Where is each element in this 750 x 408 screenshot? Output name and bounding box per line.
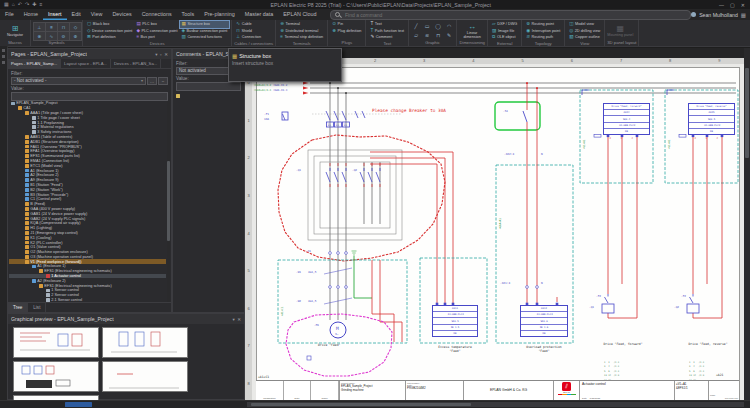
- bus-port-button[interactable]: ≡Bus port: [134, 34, 179, 41]
- ole-object-button[interactable]: ⧉OLE object: [490, 34, 519, 41]
- status-indicator[interactable]: [65, 402, 92, 407]
- filter-more-button[interactable]: …: [147, 77, 157, 85]
- polygon-icon[interactable]: ▱: [411, 31, 421, 39]
- rectangle-icon[interactable]: ▭: [422, 22, 432, 30]
- close-button[interactable]: ✕: [741, 2, 745, 8]
- command-search[interactable]: [330, 10, 692, 20]
- horizontal-scrollbar[interactable]: [247, 402, 744, 407]
- chevron-down-icon[interactable]: ▾: [232, 317, 234, 322]
- app-icon[interactable]: ▦: [4, 0, 9, 9]
- user-account[interactable]: Sean Mulholland ▦: [691, 12, 746, 18]
- caption-drive-reverse: Drive "Feed, reverse": [677, 342, 739, 346]
- sketch-icon[interactable]: ✎: [444, 31, 454, 39]
- interruption-point-button[interactable]: ◉Interruption point: [524, 28, 562, 35]
- preview-thumbnail[interactable]: [13, 327, 99, 358]
- close-icon[interactable]: ✕: [237, 317, 241, 322]
- terminal-button[interactable]: ⊖Terminal: [278, 21, 325, 28]
- pin-button[interactable]: ⊙Pin: [330, 21, 363, 28]
- panel-tab[interactable]: Layout space - EPLA...: [61, 59, 111, 68]
- dock-icon[interactable]: [2, 49, 5, 52]
- distributed-terminal-button[interactable]: ⊛Distributed terminal: [278, 28, 325, 35]
- panel-tab[interactable]: Pages - EPLAN_Samp...: [8, 59, 61, 68]
- minimize-button[interactable]: —: [719, 2, 724, 8]
- path-function-text-button[interactable]: TPath function text: [368, 28, 406, 35]
- plc-box-drive-reverse[interactable]: Drive "Feed, reverse"A025%Q0.5=A1+GBB-PL…: [688, 103, 735, 135]
- drilling-view-button[interactable]: ◎2D drilling view: [567, 28, 602, 35]
- preview-thumbnail[interactable]: [102, 327, 188, 358]
- menu-tab[interactable]: Insert: [43, 9, 66, 20]
- macro-navigator-button[interactable]: ⊞ Navigator: [2, 21, 28, 40]
- connected-functions-button[interactable]: ▥Connected functions: [180, 34, 230, 41]
- menu-tab[interactable]: Home: [19, 9, 43, 20]
- comment-button[interactable]: ✎Comment: [368, 34, 406, 41]
- redo-icon[interactable]: ↷: [25, 0, 29, 9]
- plc-box-drive-forward[interactable]: Drive "Feed, forward"A024%Q0.4=A1+GBB-PL…: [603, 103, 650, 135]
- image-file-button[interactable]: ▨Image file: [490, 28, 519, 35]
- bottom-tab[interactable]: List: [28, 303, 46, 312]
- tree-scrollbar[interactable]: [167, 101, 171, 302]
- text-button[interactable]: TText: [368, 21, 406, 28]
- menu-tab[interactable]: EPLAN Cloud: [278, 9, 321, 20]
- cable-w2-tag: -W2: [296, 300, 301, 303]
- close-icon[interactable]: ✕: [164, 52, 168, 57]
- device-box-overload[interactable]: A012=A1+GBB-PLC3%I0.6IB 1.6DB: [520, 305, 568, 337]
- redline-note[interactable]: Please change Breaker to 30A: [372, 108, 446, 113]
- plc-connection-point-button[interactable]: ◆PLC connection point: [134, 28, 179, 35]
- panel-tab[interactable]: Devices - EPLAN_Sa...: [111, 59, 161, 68]
- value-input[interactable]: [11, 92, 168, 101]
- filter-dropdown[interactable]: - Not activated -▾: [11, 77, 146, 85]
- bottom-tab[interactable]: Tree: [8, 303, 28, 312]
- cable-button[interactable]: ∿Cable: [234, 21, 263, 28]
- preview-thumbnail[interactable]: [102, 361, 188, 392]
- linear-dimension-button[interactable]: ↔ Linear dimension: [459, 21, 485, 40]
- menu-tab[interactable]: Connections: [137, 9, 177, 20]
- preview-thumbnail[interactable]: [13, 361, 99, 392]
- maximize-button[interactable]: ▢: [730, 2, 735, 8]
- menu-tab[interactable]: Pre-planning: [199, 9, 240, 20]
- copper-outline-button[interactable]: ▧Copper outline: [567, 34, 602, 41]
- connection-button[interactable]: ⊥Connection: [234, 34, 263, 41]
- black-box-button[interactable]: ▢Black box: [85, 21, 134, 28]
- undo-icon[interactable]: ↶: [18, 0, 22, 9]
- polyline-icon[interactable]: ⊓: [433, 31, 443, 39]
- circle-icon[interactable]: ◯: [433, 22, 443, 30]
- shield-button[interactable]: ⊓Shield: [234, 28, 263, 35]
- tooltip-item[interactable]: ▦ Structure box: [232, 51, 338, 60]
- new-icon[interactable]: ✚: [32, 0, 36, 9]
- dxf-dwg-button[interactable]: ▱DXF / DWG: [490, 21, 519, 28]
- arc-icon[interactable]: ◠: [444, 22, 454, 30]
- chevron-down-icon[interactable]: ▾: [155, 52, 157, 57]
- menu-tab[interactable]: Master data: [240, 9, 278, 20]
- structure-box-button[interactable]: ▦Structure box: [180, 21, 230, 28]
- plug-definition-button[interactable]: ⊕Plug definition: [330, 28, 363, 35]
- menu-tab[interactable]: Edit: [67, 9, 86, 20]
- dock-icon[interactable]: [2, 61, 5, 64]
- vertical-scrollbar[interactable]: [744, 48, 750, 402]
- dock-icon[interactable]: [2, 55, 5, 58]
- mounting-panel-button[interactable]: ▦ Mounting panel: [607, 21, 633, 40]
- menu-tab[interactable]: Tools: [177, 9, 200, 20]
- company-name: EPLAN GmbH & Co. KG: [490, 388, 527, 392]
- menu-tab[interactable]: View: [86, 9, 108, 20]
- menu-tab[interactable]: File: [0, 9, 19, 20]
- home-icon[interactable]: ⌂: [12, 0, 15, 9]
- busbar-connection-point-button[interactable]: ◈Busbar connection point: [180, 28, 230, 35]
- routing-path-button[interactable]: ≋Routing path: [524, 34, 562, 41]
- device-box-excess-temperature[interactable]: A011=A1+GBB-PLC3%I0.5IB 1.5DB: [432, 305, 478, 337]
- menu-tab[interactable]: Devices: [107, 9, 136, 20]
- plc-box-button[interactable]: ▤PLC box: [134, 21, 179, 28]
- line-icon[interactable]: ╱: [411, 22, 421, 30]
- device-connection-point-button[interactable]: ◇Device connection point: [85, 28, 134, 35]
- schematic-canvas[interactable]: I> I> I>: [252, 64, 744, 402]
- apps-grid-icon[interactable]: ▦: [741, 12, 746, 18]
- routing-point-button[interactable]: ⊚Routing point: [524, 21, 562, 28]
- comment-item[interactable]: [173, 91, 244, 101]
- search-input[interactable]: [343, 11, 686, 19]
- float-icon[interactable]: ▫: [160, 52, 162, 57]
- filter-clear-button[interactable]: −: [158, 77, 168, 85]
- comments-value-input[interactable]: [176, 82, 241, 91]
- terminal-strip-definition-button[interactable]: ≡Terminal strip definition: [278, 34, 325, 41]
- spline-icon[interactable]: ≋: [422, 31, 432, 39]
- port-definition-button[interactable]: ⊞Port definition: [85, 34, 134, 41]
- model-view-button[interactable]: ◫Model view: [567, 21, 602, 28]
